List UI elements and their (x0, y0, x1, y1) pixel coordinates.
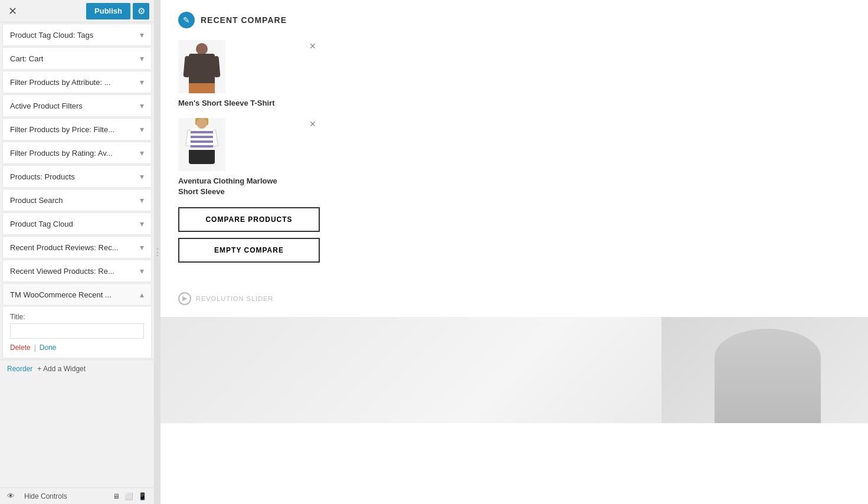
widget-label: Filter Products by Price: Filte... (10, 125, 114, 134)
chevron-down-icon: ▾ (140, 125, 144, 134)
figure-body (189, 54, 215, 84)
right-content: ✎ RECENT COMPARE ✕ Men's Short Sleeve T-… (161, 0, 868, 504)
widget-item-product-tag-cloud-2[interactable]: Product Tag Cloud ▾ (2, 212, 152, 235)
widget-item-products[interactable]: Products: Products ▾ (2, 165, 152, 188)
chevron-down-icon: ▾ (140, 77, 144, 87)
revolution-section: ▶ REVOLUTION SLIDER (161, 280, 868, 317)
tablet-icon[interactable]: ⬜ (125, 492, 133, 500)
remove-product-1-button[interactable]: ✕ (306, 40, 320, 52)
chevron-down-icon: ▾ (140, 219, 144, 228)
separator: | (34, 343, 36, 352)
remove-product-2-button[interactable]: ✕ (306, 118, 320, 130)
widget-item-recent-viewed[interactable]: Recent Viewed Products: Re... ▾ (2, 260, 152, 282)
figure-body (191, 129, 213, 151)
widget-label: Recent Product Reviews: Rec... (10, 243, 119, 252)
hero-silhouette (715, 329, 821, 423)
chevron-down-icon: ▾ (140, 172, 144, 181)
drag-handle[interactable] (155, 0, 161, 504)
chevron-down-icon: ▾ (140, 101, 144, 110)
chevron-down-icon: ▾ (140, 243, 144, 252)
product-figure-2 (184, 118, 220, 171)
widget-label: Product Search (10, 196, 63, 205)
play-icon: ▶ (182, 294, 187, 302)
chevron-down-icon: ▾ (140, 148, 144, 158)
widget-item-tm-woocommerce[interactable]: TM WooCommerce Recent ... ▴ (2, 283, 152, 306)
widget-actions: Delete | Done (10, 343, 144, 352)
hide-controls-bar: 👁 Hide Controls 🖥 ⬜ 📱 (0, 487, 154, 504)
view-icons: 🖥 ⬜ 📱 (113, 492, 147, 500)
product-name-2: Aventura Clothing Marlowe Short Sleeve (178, 176, 296, 197)
widget-item-filter-rating[interactable]: Filter Products by Rating: Av... ▾ (2, 142, 152, 164)
hero-figure (661, 317, 868, 423)
widget-label: Filter Products by Rating: Av... (10, 149, 113, 158)
widget-label: Active Product Filters (10, 102, 83, 110)
close-button[interactable]: ✕ (5, 4, 20, 19)
product-card-2: ✕ Aventura Clothing Marlowe Short Sleeve (178, 118, 320, 197)
widget-item-product-search[interactable]: Product Search ▾ (2, 189, 152, 211)
compare-title: RECENT COMPARE (201, 15, 287, 25)
product-image-2 (178, 118, 225, 171)
figure-head (196, 43, 208, 55)
widget-item-recent-reviews[interactable]: Recent Product Reviews: Rec... ▾ (2, 236, 152, 258)
product-name-1: Men's Short Sleeve T-Shirt (178, 98, 296, 109)
reorder-button[interactable]: Reorder (7, 365, 32, 373)
publish-button[interactable]: Publish (86, 3, 130, 19)
widget-label: Cart: Cart (10, 54, 43, 63)
add-widget-button[interactable]: + Add a Widget (37, 365, 86, 373)
widget-label: Product Tag Cloud (10, 220, 73, 228)
revolution-text: REVOLUTION SLIDER (196, 295, 273, 302)
title-input[interactable] (10, 323, 144, 339)
figure-skirt (189, 150, 215, 164)
top-bar: ✕ Publish ⚙ (0, 0, 154, 22)
widget-expanded-content: Title: Delete | Done (2, 307, 152, 358)
compare-header-icon: ✎ (178, 12, 195, 28)
figure-pants (189, 83, 215, 93)
widget-label: Filter Products by Attribute: ... (10, 78, 111, 87)
settings-button[interactable]: ⚙ (133, 3, 149, 19)
product-figure-1 (184, 43, 220, 90)
widget-item-filter-attribute[interactable]: Filter Products by Attribute: ... ▾ (2, 71, 152, 93)
product-image-1 (178, 40, 225, 93)
widget-label: TM WooCommerce Recent ... (10, 290, 112, 299)
widget-item-filter-price[interactable]: Filter Products by Price: Filte... ▾ (2, 118, 152, 140)
chevron-down-icon: ▾ (140, 195, 144, 205)
empty-compare-button[interactable]: EMPTY COMPARE (178, 238, 320, 263)
chevron-down-icon: ▾ (140, 54, 144, 63)
hide-controls-button[interactable]: Hide Controls (24, 492, 67, 500)
compare-products-button[interactable]: COMPARE PRODUCTS (178, 207, 320, 232)
desktop-icon[interactable]: 🖥 (113, 492, 120, 500)
pencil-icon: ✎ (183, 15, 190, 25)
compare-header: ✎ RECENT COMPARE (178, 12, 850, 28)
product-card-1: ✕ Men's Short Sleeve T-Shirt (178, 40, 320, 109)
done-link[interactable]: Done (40, 343, 57, 352)
revolution-icon: ▶ (178, 292, 191, 305)
bottom-actions: Reorder + Add a Widget (0, 359, 154, 378)
compare-section: ✎ RECENT COMPARE ✕ Men's Short Sleeve T-… (161, 0, 868, 280)
chevron-down-icon: ▾ (140, 30, 144, 40)
left-panel: ✕ Publish ⚙ Product Tag Cloud: Tags ▾ Ca… (0, 0, 155, 504)
chevron-up-icon: ▴ (140, 290, 144, 299)
chevron-down-icon: ▾ (140, 266, 144, 276)
eye-icon: 👁 (7, 492, 15, 500)
figure-head (196, 118, 207, 129)
mobile-icon[interactable]: 📱 (138, 492, 147, 500)
widget-label: Recent Viewed Products: Re... (10, 267, 114, 276)
widget-item-product-tag-cloud[interactable]: Product Tag Cloud: Tags ▾ (2, 24, 152, 46)
title-label: Title: (10, 313, 144, 321)
figure-arm-right (212, 56, 220, 78)
widget-item-cart[interactable]: Cart: Cart ▾ (2, 47, 152, 70)
widgets-list: Product Tag Cloud: Tags ▾ Cart: Cart ▾ F… (0, 22, 154, 487)
widget-item-active-filters[interactable]: Active Product Filters ▾ (2, 94, 152, 117)
hero-section (161, 317, 868, 423)
delete-link[interactable]: Delete (10, 343, 31, 352)
widget-label: Products: Products (10, 172, 75, 181)
widget-label: Product Tag Cloud: Tags (10, 31, 93, 40)
